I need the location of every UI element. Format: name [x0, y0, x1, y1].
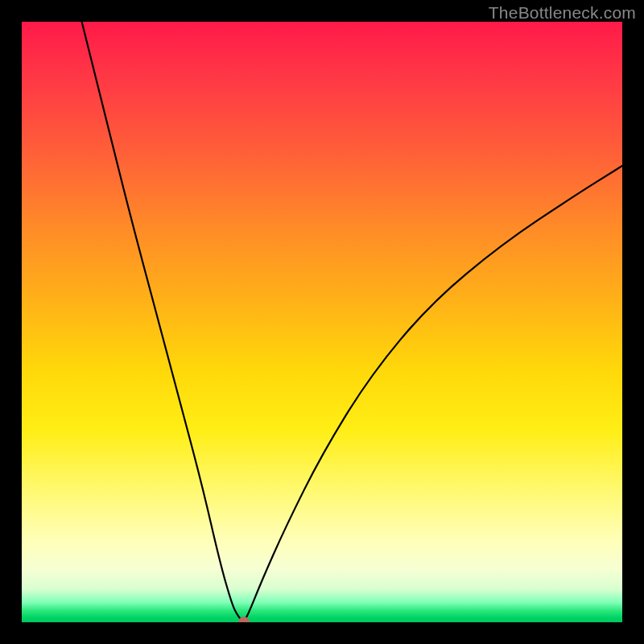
bottleneck-curve: [82, 22, 622, 621]
curve-layer: [22, 22, 622, 622]
plot-area: [22, 22, 622, 622]
watermark-text: TheBottleneck.com: [489, 3, 636, 23]
chart-frame: TheBottleneck.com: [0, 0, 644, 644]
